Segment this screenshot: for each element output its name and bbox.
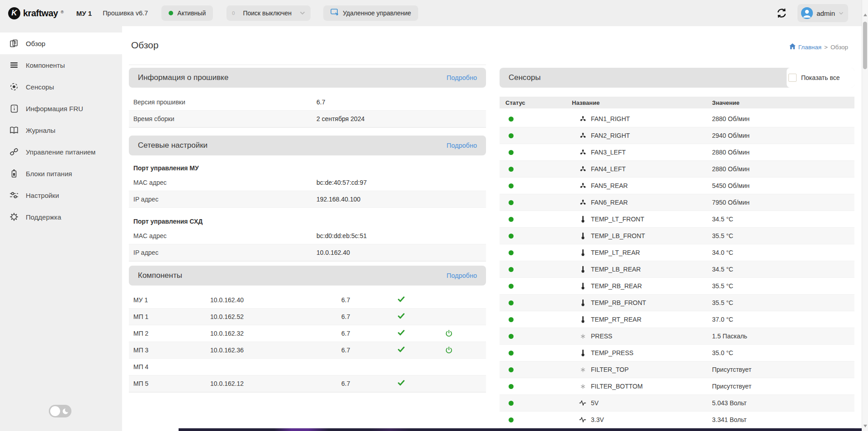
component-ip: 10.0.162.52: [210, 313, 341, 320]
sensor-name: PRESS: [591, 333, 612, 340]
scroll-up-arrow[interactable]: [863, 14, 867, 16]
breadcrumb-home-link[interactable]: Главная: [798, 44, 821, 51]
info-row: MAC адрес bc:de:40:57:cd:97: [129, 174, 486, 191]
scrollbar-thumb[interactable]: [863, 22, 867, 69]
brand-name: kraftway: [23, 8, 58, 19]
sidebar-item-sensors[interactable]: Сенсоры: [0, 76, 122, 98]
sensor-name: TEMP_LT_REAR: [591, 249, 640, 256]
component-ip: 10.0.162.40: [210, 296, 341, 304]
scroll-down-arrow[interactable]: [863, 425, 867, 427]
sidebar-item-components[interactable]: Компоненты: [0, 54, 122, 76]
sensor-value: 34.0 °C: [712, 249, 854, 256]
component-ip: 10.0.162.12: [210, 380, 341, 387]
sensor-name-cell: TEMP_PRESS: [572, 349, 712, 356]
card-title: Информация о прошивке: [138, 73, 228, 82]
sensor-status-dot: [509, 417, 514, 422]
vertical-scrollbar[interactable]: [862, 0, 868, 431]
sensor-status-dot: [509, 351, 514, 356]
chevron-down-icon: [300, 11, 305, 15]
asterisk-icon: [579, 367, 586, 372]
sensor-row: TEMP_RB_REAR35.5 °C: [500, 278, 854, 295]
component-name: МП 4: [133, 363, 210, 370]
sidebar-item-logs[interactable]: Журналы: [0, 119, 122, 141]
sidebar-item-settings[interactable]: Настройки: [0, 184, 122, 206]
sidebar: Обзор Компоненты Сенсоры: [0, 26, 122, 431]
sensor-name-cell: FAN4_LEFT: [572, 165, 712, 173]
component-row: МП 310.0.162.366.7: [129, 342, 486, 359]
avatar: [801, 7, 813, 19]
sensors-icon: [9, 82, 19, 91]
thermometer-icon: [579, 216, 586, 223]
power-icon[interactable]: [445, 330, 486, 337]
sensor-row: FAN5_REAR5450 Об/мин: [500, 178, 854, 194]
sensor-value: 2880 Об/мин: [712, 149, 854, 156]
sensor-row: FAN4_LEFT2880 Об/мин: [500, 161, 854, 178]
component-ip: 10.0.162.32: [210, 330, 341, 337]
sensors-card: Сенсоры Показать все Статус Название Зна…: [500, 68, 854, 428]
info-row: Версия прошивки 6.7: [129, 94, 486, 111]
sidebar-item-psu[interactable]: Блоки питания: [0, 163, 122, 184]
network-details-link[interactable]: Подробно: [447, 142, 477, 149]
check-icon: [398, 330, 445, 337]
thermometer-icon: [579, 299, 586, 306]
component-version: 6.7: [341, 296, 398, 304]
sensor-row: TEMP_PRESS35.0 °C: [500, 345, 854, 361]
sensor-name-cell: TEMP_LT_REAR: [572, 249, 712, 256]
remote-control-button[interactable]: Удаленное управление: [323, 5, 418, 21]
sensor-row: TEMP_LT_REAR34.0 °C: [500, 244, 854, 261]
sensor-status-dot: [509, 150, 514, 155]
sensor-status-dot: [509, 234, 514, 239]
fan-icon: [579, 149, 586, 156]
thermometer-icon: [579, 266, 586, 273]
asterisk-icon: [579, 334, 586, 339]
page-head: Обзор Главная > Обзор: [122, 26, 862, 51]
sensor-value: 37.0 °C: [712, 316, 854, 323]
sensor-name: 5V: [591, 399, 599, 407]
moon-icon: [62, 408, 70, 417]
sensor-row: 3.3V3.341 Вольт: [500, 412, 854, 428]
user-menu[interactable]: admin: [797, 4, 848, 22]
sensor-status-dot: [509, 300, 514, 305]
sensor-row: FAN3_LEFT2880 Об/мин: [500, 144, 854, 161]
refresh-icon[interactable]: [776, 7, 788, 19]
remote-button-label: Удаленное управление: [343, 9, 411, 17]
power-icon[interactable]: [445, 347, 486, 354]
sensor-status-dot: [509, 267, 514, 272]
sensor-name: TEMP_LB_FRONT: [591, 232, 645, 239]
sensor-value: 2880 Об/мин: [712, 115, 854, 122]
status-badge-label: Активный: [177, 9, 206, 17]
sensor-value: 5.043 Вольт: [712, 399, 854, 407]
theme-toggle[interactable]: [49, 405, 71, 417]
sensor-row: FAN2_RIGHT2940 Об/мин: [500, 127, 854, 144]
firmware-card-header: Информация о прошивке Подробно: [129, 68, 486, 88]
sensor-row: PRESS1.5 Паскаль: [500, 328, 854, 345]
network-card-header: Сетевые настройки Подробно: [129, 136, 486, 155]
firmware-version-label: Прошивка v6.7: [103, 9, 148, 17]
sidebar-item-power-management[interactable]: Управление питанием: [0, 141, 122, 163]
sensor-row: TEMP_LT_FRONT34.5 °C: [500, 211, 854, 228]
thermometer-icon: [579, 249, 586, 256]
home-icon: [789, 43, 796, 51]
sidebar-item-support[interactable]: Поддержка: [0, 206, 122, 228]
sensor-name: FAN5_REAR: [591, 182, 628, 189]
search-select-label: Поиск выключен: [235, 9, 300, 17]
sensor-value: 35.5 °C: [712, 232, 854, 239]
components-details-link[interactable]: Подробно: [447, 272, 477, 279]
sensor-name: FILTER_TOP: [591, 366, 629, 373]
sensor-status-dot: [509, 384, 514, 389]
firmware-details-link[interactable]: Подробно: [447, 74, 477, 81]
search-mode-select[interactable]: 0 Поиск выключен: [226, 5, 311, 21]
sensor-name-cell: PRESS: [572, 333, 712, 340]
sensor-name: TEMP_RB_FRONT: [591, 299, 646, 306]
device-label: МУ 1: [76, 9, 92, 17]
settings-icon: [9, 191, 19, 199]
show-all-checkbox[interactable]: [788, 74, 797, 82]
sidebar-item-fru[interactable]: Информация FRU: [0, 98, 122, 119]
thermometer-icon: [579, 282, 586, 290]
components-icon: [9, 61, 19, 69]
page-title: Обзор: [131, 40, 159, 51]
sensor-name-cell: TEMP_LB_REAR: [572, 266, 712, 273]
sidebar-item-overview[interactable]: Обзор: [0, 33, 122, 54]
column-name: Название: [572, 99, 712, 106]
sidebar-item-label: Обзор: [26, 40, 45, 47]
